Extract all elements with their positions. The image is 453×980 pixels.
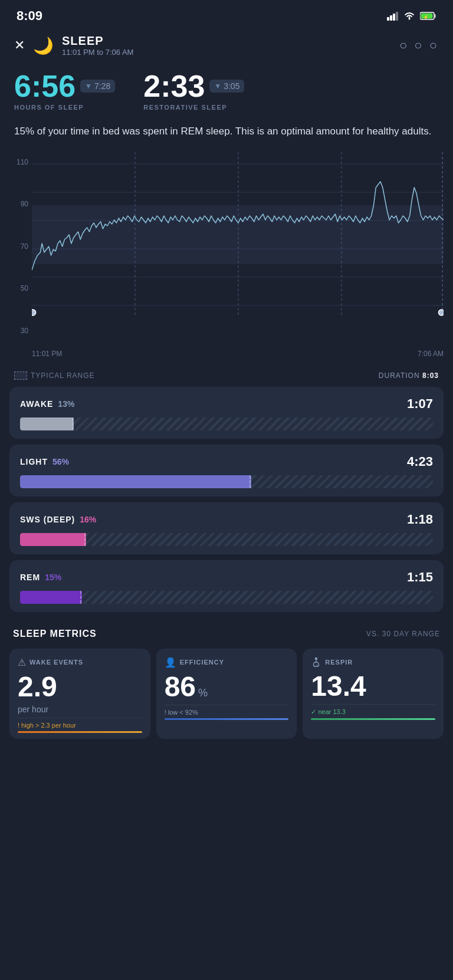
svg-point-20 <box>32 310 36 315</box>
y-label-90: 90 <box>9 200 32 208</box>
typical-range-label: TYPICAL RANGE <box>31 371 95 380</box>
signal-icon <box>387 11 399 21</box>
light-bar-fill <box>20 475 251 488</box>
sws-bar-track <box>20 533 433 546</box>
respiratory-value-row: 13.4 <box>311 672 435 701</box>
hours-value: 6:56 <box>14 71 76 101</box>
header: ✕ 🌙 SLEEP 11:01 PM to 7:06 AM ○ ○ ○ <box>0 28 453 66</box>
hours-badge-value: 7:28 <box>94 81 110 91</box>
y-label-70: 70 <box>9 242 32 251</box>
awake-card: AWAKE 13% 1:07 <box>9 387 444 439</box>
sleep-time-range: 11:01 PM to 7:06 AM <box>62 48 133 57</box>
awake-pct: 13% <box>58 399 74 409</box>
efficiency-value: 86 <box>165 673 196 701</box>
wake-icon-label: ⚠ WAKE EVENTS <box>18 657 142 668</box>
sws-label: SWS (DEEP) <box>20 515 75 524</box>
efficiency-card: 👤 EFFICIENCY 86 % ! low < 92% <box>156 649 297 739</box>
wifi-icon <box>403 11 415 21</box>
time-end: 7:06 AM <box>418 350 444 358</box>
chart-svg <box>32 152 444 341</box>
restorative-arrow: ▼ <box>214 82 221 90</box>
range-box-icon <box>14 371 27 380</box>
stats-row: 6:56 ▼ 7:28 HOURS OF SLEEP 2:33 ▼ 3:05 R… <box>0 66 453 113</box>
svg-rect-6 <box>434 14 436 18</box>
chart-area <box>32 152 444 341</box>
y-label-50: 50 <box>9 284 32 292</box>
lungs-icon <box>311 657 321 667</box>
awake-bar-track <box>20 417 433 430</box>
wake-icon: ⚠ <box>18 657 26 668</box>
status-time: 8:09 <box>17 8 42 24</box>
rem-header: REM 15% 1:15 <box>20 570 433 585</box>
awake-name-row: AWAKE 13% <box>20 399 74 409</box>
header-left: ✕ 🌙 SLEEP 11:01 PM to 7:06 AM <box>14 34 133 57</box>
y-label-30: 30 <box>9 327 32 335</box>
svg-rect-3 <box>396 12 398 21</box>
sws-bar-fill <box>20 533 86 546</box>
wake-events-card: ⚠ WAKE EVENTS 2.9 per hour ! high > 2.3 … <box>9 649 150 739</box>
light-card: LIGHT 56% 4:23 <box>9 445 444 496</box>
close-button[interactable]: ✕ <box>14 38 25 53</box>
wake-value-row: 2.9 <box>18 673 142 701</box>
more-button[interactable]: ○ ○ ○ <box>399 38 439 53</box>
rem-bar-marker <box>80 591 82 604</box>
restorative-label: RESTORATIVE SLEEP <box>143 104 244 111</box>
heart-rate-chart: 110 90 70 50 30 11:01 PM <box>9 152 444 364</box>
sws-pct: 16% <box>80 515 96 524</box>
header-title: SLEEP 11:01 PM to 7:06 AM <box>62 34 133 57</box>
awake-time: 1:07 <box>407 396 433 412</box>
awake-header: AWAKE 13% 1:07 <box>20 396 433 412</box>
metrics-section: SLEEP METRICS VS. 30 DAY RANGE ⚠ WAKE EV… <box>0 612 453 739</box>
sws-time: 1:18 <box>407 512 433 527</box>
sleep-title: SLEEP <box>62 34 133 48</box>
svg-text:⚡: ⚡ <box>423 14 429 20</box>
efficiency-icon-label: 👤 EFFICIENCY <box>165 657 289 668</box>
hours-label: HOURS OF SLEEP <box>14 104 115 111</box>
wake-unit: per hour <box>18 705 142 714</box>
wake-footer-bar <box>18 731 142 733</box>
time-start: 11:01 PM <box>32 350 62 358</box>
awake-bar-fill <box>20 417 74 430</box>
metrics-title: SLEEP METRICS <box>13 629 97 639</box>
restorative-badge-value: 3:05 <box>224 81 239 91</box>
battery-icon: ⚡ <box>420 11 436 21</box>
metrics-cards: ⚠ WAKE EVENTS 2.9 per hour ! high > 2.3 … <box>9 649 444 739</box>
light-header: LIGHT 56% 4:23 <box>20 454 433 469</box>
awake-label: AWAKE <box>20 399 53 409</box>
rem-name-row: REM 15% <box>20 573 61 582</box>
stage-cards: AWAKE 13% 1:07 LIGHT 56% 4:23 <box>0 387 453 612</box>
sws-name-row: SWS (DEEP) 16% <box>20 515 96 524</box>
respiratory-icon-label: RESPIR <box>311 657 435 667</box>
efficiency-footer: ! low < 92% <box>165 705 289 716</box>
restorative-badge: ▼ 3:05 <box>209 80 244 93</box>
light-pct: 56% <box>52 457 69 466</box>
status-icons: ⚡ <box>387 11 436 21</box>
duration-label: DURATION <box>379 371 420 380</box>
svg-point-22 <box>316 657 317 659</box>
respiratory-footer-bar <box>311 718 435 720</box>
svg-point-4 <box>409 18 411 20</box>
light-name-row: LIGHT 56% <box>20 457 69 466</box>
svg-rect-0 <box>387 17 389 21</box>
restorative-sleep-block: 2:33 ▼ 3:05 RESTORATIVE SLEEP <box>143 71 244 111</box>
rem-time: 1:15 <box>407 570 433 585</box>
rem-bar-track <box>20 591 433 604</box>
svg-rect-19 <box>32 205 444 264</box>
svg-rect-1 <box>390 15 392 21</box>
sws-card: SWS (DEEP) 16% 1:18 <box>9 502 444 554</box>
svg-point-21 <box>438 310 444 315</box>
restorative-value: 2:33 <box>143 71 205 101</box>
duration-block: DURATION 8:03 <box>379 371 439 380</box>
chart-time-labels: 11:01 PM 7:06 AM <box>32 343 444 364</box>
efficiency-value-row: 86 % <box>165 673 289 701</box>
efficiency-unit: % <box>198 687 208 699</box>
wake-label: WAKE EVENTS <box>29 659 83 666</box>
chart-legend: TYPICAL RANGE DURATION 8:03 <box>0 364 453 384</box>
light-time: 4:23 <box>407 454 433 469</box>
light-label: LIGHT <box>20 457 48 466</box>
light-bar-marker <box>250 475 251 488</box>
hours-badge: ▼ 7:28 <box>80 80 115 93</box>
description-text: 15% of your time in bed was spent in REM… <box>0 113 453 146</box>
rem-bar-fill <box>20 591 82 604</box>
sws-bar-marker <box>84 533 86 546</box>
